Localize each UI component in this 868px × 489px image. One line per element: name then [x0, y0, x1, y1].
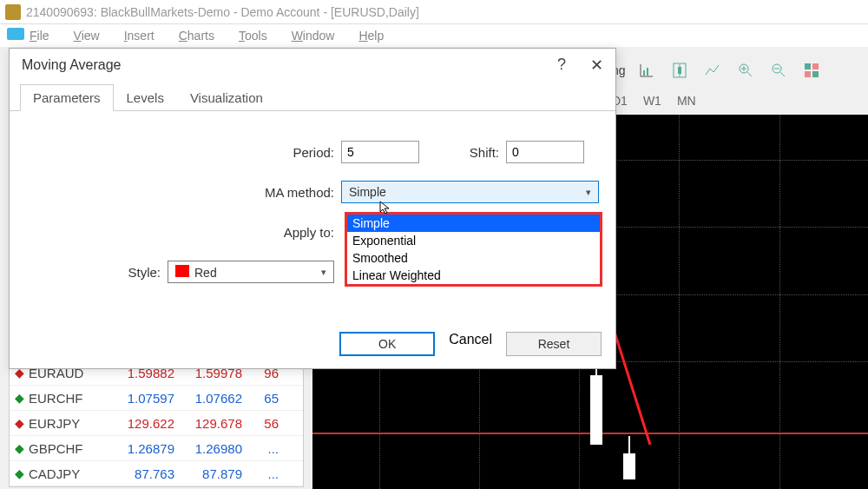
menubar: File View Insert Charts Tools Window Hel… — [0, 24, 868, 47]
timeframe-bar: D1 W1 MN — [608, 87, 868, 115]
watch-symbol: EURCHF — [29, 391, 107, 406]
svg-rect-9 — [812, 71, 819, 77]
tab-visualization[interactable]: Visualization — [177, 84, 276, 110]
tab-parameters[interactable]: Parameters — [20, 84, 114, 111]
watch-ask: 1.07662 — [174, 391, 242, 406]
watch-bid: 1.26879 — [107, 441, 174, 456]
tab-levels[interactable]: Levels — [114, 84, 177, 110]
zoom-in-icon[interactable] — [733, 58, 758, 83]
app-icon — [5, 4, 21, 20]
chevron-down-icon: ▾ — [586, 187, 591, 198]
chart-bar-icon[interactable] — [635, 58, 659, 83]
watch-row[interactable]: ◆ CADJPY 87.763 87.879 ... — [10, 461, 303, 486]
chart-grid-icon[interactable] — [799, 58, 824, 83]
ma-method-dropdown: Simple Exponential Smoothed Linear Weigh… — [345, 212, 602, 287]
window-title: 2140090693: BlackBullMarkets-Demo - Demo… — [26, 5, 419, 19]
ma-method-select[interactable]: Simple ▾ — [341, 181, 599, 203]
market-watch: ◆ EURAUD 1.59882 1.59978 96 ◆ EURCHF 1.0… — [9, 360, 304, 487]
watch-spread: 65 — [242, 391, 286, 406]
ma-method-value: Simple — [349, 185, 386, 199]
menu-view[interactable]: View — [74, 29, 100, 43]
watch-bid: 129.622 — [107, 416, 174, 431]
menu-insert[interactable]: Insert — [124, 29, 155, 43]
period-label: Period: — [20, 145, 341, 160]
option-exponential[interactable]: Exponential — [347, 232, 600, 249]
titlebar: 2140090693: BlackBullMarkets-Demo - Demo… — [0, 0, 868, 24]
apply-to-label: Apply to: — [20, 225, 341, 240]
watch-ask: 87.879 — [174, 466, 242, 481]
option-simple[interactable]: Simple — [347, 215, 600, 232]
reset-button[interactable]: Reset — [506, 332, 602, 356]
timeframe-w1[interactable]: W1 — [643, 94, 661, 108]
watch-ask: 1.26980 — [174, 441, 242, 456]
arrow-up-icon: ◆ — [10, 466, 29, 480]
close-icon[interactable]: ✕ — [590, 56, 603, 75]
watch-bid: 87.763 — [107, 466, 174, 481]
zoom-out-icon[interactable] — [766, 58, 791, 83]
arrow-up-icon: ◆ — [10, 441, 29, 455]
moving-average-dialog: Moving Average ? ✕ Parameters Levels Vis… — [9, 48, 616, 369]
help-icon[interactable]: ? — [557, 56, 566, 75]
ma-method-label: MA method: — [20, 185, 341, 200]
watch-row[interactable]: ◆ GBPCHF 1.26879 1.26980 ... — [10, 436, 303, 461]
watch-ask: 129.678 — [174, 416, 242, 431]
watch-row[interactable]: ◆ EURJPY 129.622 129.678 56 — [10, 411, 303, 436]
watch-row[interactable]: ◆ EURCHF 1.07597 1.07662 65 — [10, 386, 303, 411]
watch-spread: ... — [242, 441, 286, 456]
shift-input[interactable] — [506, 141, 584, 163]
arrow-down-icon: ◆ — [10, 416, 29, 430]
style-value: Red — [194, 266, 217, 280]
menu-file[interactable]: File — [30, 29, 49, 43]
watch-spread: 56 — [242, 416, 286, 431]
dialog-tabs: Parameters Levels Visualization — [10, 82, 615, 111]
ok-button[interactable]: OK — [339, 332, 435, 356]
menu-charts[interactable]: Charts — [179, 29, 214, 43]
svg-rect-6 — [805, 63, 811, 69]
menu-window[interactable]: Window — [292, 29, 335, 43]
option-linear-weighted[interactable]: Linear Weighted — [347, 267, 600, 284]
chart-candle-icon[interactable] — [667, 58, 692, 83]
watch-spread: ... — [242, 466, 286, 481]
menu-help[interactable]: Help — [358, 29, 384, 43]
svg-rect-3 — [678, 67, 681, 74]
svg-rect-1 — [647, 68, 648, 76]
arrow-up-icon: ◆ — [10, 391, 29, 405]
style-label: Style: — [20, 265, 168, 280]
dialog-title: Moving Average — [22, 57, 121, 73]
color-swatch-red — [175, 265, 189, 277]
shift-label: Shift: — [419, 145, 506, 160]
chevron-down-icon: ▾ — [321, 267, 326, 278]
style-select[interactable]: Red ▾ — [168, 261, 334, 283]
cancel-button[interactable]: Cancel — [449, 332, 492, 356]
watch-bid: 1.07597 — [107, 391, 174, 406]
menu-tools[interactable]: Tools — [239, 29, 267, 43]
svg-rect-7 — [812, 63, 819, 69]
period-input[interactable] — [341, 141, 419, 163]
option-smoothed[interactable]: Smoothed — [347, 249, 600, 267]
watch-symbol: CADJPY — [29, 466, 107, 481]
svg-rect-0 — [643, 70, 645, 76]
timeframe-mn[interactable]: MN — [677, 94, 696, 108]
chart-line-icon[interactable] — [700, 58, 725, 83]
toolbar-right: ng — [608, 54, 868, 87]
watch-symbol: EURJPY — [29, 416, 107, 431]
svg-rect-8 — [805, 71, 811, 77]
mdi-document-icon[interactable] — [7, 28, 24, 40]
watch-symbol: GBPCHF — [29, 441, 107, 456]
